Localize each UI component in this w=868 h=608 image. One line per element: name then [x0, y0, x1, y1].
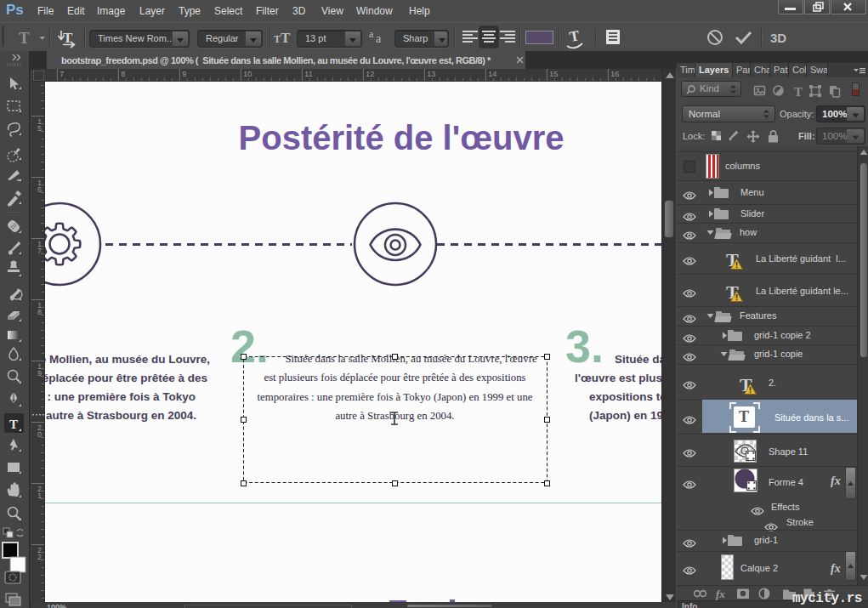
svg-text:14: 14 [488, 70, 496, 78]
svg-text:T: T [274, 33, 281, 45]
svg-text:T: T [568, 27, 581, 45]
svg-text:7: 7 [60, 70, 64, 78]
svg-text:T: T [63, 30, 73, 46]
svg-text:15: 15 [549, 70, 558, 78]
svg-text:T: T [794, 85, 803, 99]
svg-text:12: 12 [366, 70, 374, 78]
svg-text:T: T [19, 29, 30, 47]
svg-text:11: 11 [304, 70, 312, 78]
svg-text:a: a [369, 28, 374, 40]
svg-text:T: T [281, 30, 291, 46]
svg-text:13: 13 [427, 70, 435, 78]
svg-text:fx: fx [716, 588, 725, 600]
svg-text:9: 9 [182, 70, 186, 78]
svg-text:16: 16 [610, 70, 619, 78]
svg-text:T: T [9, 418, 18, 431]
svg-text:3D: 3D [770, 31, 786, 45]
svg-text:10: 10 [243, 70, 252, 78]
svg-text:8: 8 [121, 70, 125, 78]
svg-text:a: a [376, 32, 382, 45]
